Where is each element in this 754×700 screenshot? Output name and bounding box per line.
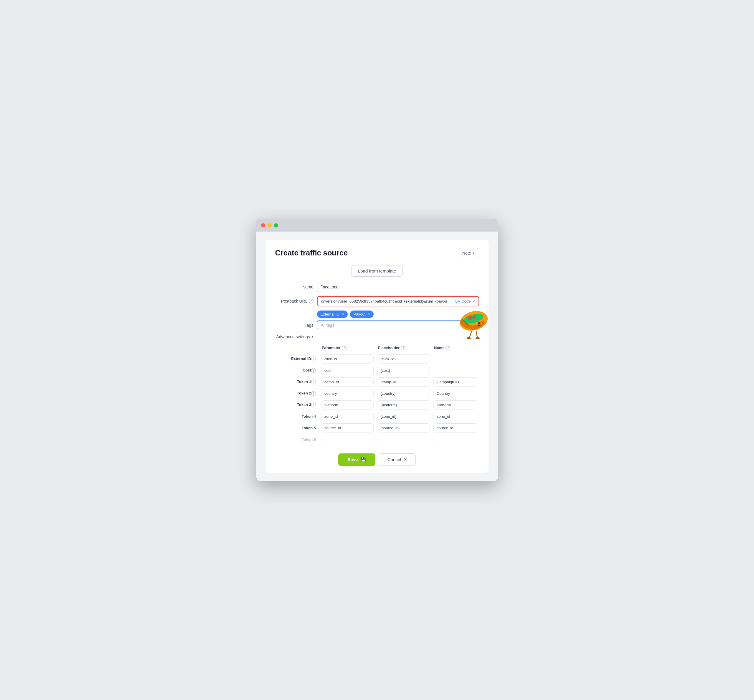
minimize-button[interactable] bbox=[267, 223, 272, 227]
placeholder-input-2[interactable] bbox=[377, 377, 430, 386]
parameter-help-icon[interactable]: ? bbox=[342, 345, 347, 350]
name-cell-6 bbox=[432, 422, 479, 434]
note-button[interactable]: Note + bbox=[458, 248, 479, 258]
svg-point-5 bbox=[476, 323, 478, 325]
param-cell-2 bbox=[319, 376, 376, 388]
placeholder-input-3[interactable] bbox=[377, 389, 430, 398]
name-input-5[interactable] bbox=[433, 412, 477, 421]
qr-code-label: QR Code bbox=[455, 299, 471, 303]
name-input-7[interactable] bbox=[433, 435, 477, 444]
name-help-icon[interactable]: ? bbox=[446, 345, 450, 350]
row-help-icon-2[interactable]: ? bbox=[311, 380, 316, 384]
placeholder-input-5[interactable] bbox=[377, 412, 430, 421]
cancel-button[interactable]: Cancel ✕ bbox=[379, 453, 416, 466]
save-button[interactable]: Save 💾 bbox=[338, 453, 375, 466]
load-template-row: Load from template bbox=[275, 265, 479, 277]
row-help-icon-4[interactable]: ? bbox=[311, 402, 316, 407]
save-icon: 💾 bbox=[360, 457, 366, 462]
param-input-7[interactable] bbox=[321, 435, 374, 444]
name-cell-3 bbox=[432, 388, 479, 399]
app-window: Create traffic source Note + Load from t… bbox=[257, 219, 498, 481]
placeholder-cell-4 bbox=[375, 399, 432, 411]
close-button[interactable] bbox=[261, 223, 265, 227]
external-id-pill-close[interactable]: ✕ bbox=[341, 312, 344, 316]
tags-row: Tags All tags bbox=[275, 320, 479, 330]
load-template-button[interactable]: Load from template bbox=[351, 265, 403, 277]
param-cell-4 bbox=[319, 399, 376, 411]
svg-point-6 bbox=[480, 323, 482, 325]
postback-url-help-icon[interactable]: ? bbox=[309, 299, 313, 303]
param-input-2[interactable] bbox=[321, 377, 374, 386]
advanced-settings-toggle[interactable]: Advanced settings ▾ bbox=[276, 334, 479, 339]
payout-pill-label: Payout bbox=[354, 312, 365, 316]
placeholder-cell-0 bbox=[375, 353, 432, 365]
param-input-4[interactable] bbox=[321, 400, 374, 409]
name-label: Name bbox=[275, 282, 313, 289]
param-input-3[interactable] bbox=[321, 389, 374, 398]
row-help-icon-1[interactable]: ? bbox=[311, 368, 316, 373]
name-cell-1 bbox=[432, 365, 479, 376]
modal-title: Create traffic source bbox=[275, 248, 348, 258]
placeholder-input-7[interactable] bbox=[377, 435, 430, 444]
row-label-0: External ID? bbox=[275, 353, 319, 365]
name-cell-5 bbox=[432, 411, 479, 422]
name-input-3[interactable] bbox=[433, 389, 477, 398]
row-label-3: Token 2? bbox=[275, 388, 319, 399]
save-label: Save bbox=[348, 457, 358, 462]
param-cell-7 bbox=[319, 434, 376, 445]
name-input-6[interactable] bbox=[433, 423, 477, 433]
payout-pill[interactable]: Payout ✕ bbox=[350, 311, 374, 318]
tags-label: Tags bbox=[275, 320, 313, 328]
name-cell-4 bbox=[432, 399, 479, 411]
row-label-6: Token 5 bbox=[275, 422, 319, 434]
th-placeholder: Placeholder ? bbox=[375, 344, 432, 353]
name-input-2[interactable] bbox=[433, 377, 477, 386]
placeholder-input-4[interactable] bbox=[377, 400, 430, 409]
taco-illustration bbox=[453, 305, 491, 343]
row-help-icon-0[interactable]: ? bbox=[311, 356, 316, 361]
name-cell-0 bbox=[432, 353, 479, 365]
svg-point-10 bbox=[467, 337, 471, 339]
param-cell-3 bbox=[319, 388, 376, 399]
param-input-1[interactable] bbox=[321, 366, 374, 375]
maximize-button[interactable] bbox=[274, 223, 278, 227]
th-empty bbox=[275, 344, 319, 353]
external-link-icon: ↗ bbox=[472, 299, 475, 303]
param-input-6[interactable] bbox=[321, 423, 374, 433]
external-id-pill-label: External ID bbox=[321, 312, 339, 316]
modal: Create traffic source Note + Load from t… bbox=[266, 240, 488, 473]
placeholder-help-icon[interactable]: ? bbox=[401, 345, 405, 350]
chevron-down-icon: ▾ bbox=[312, 335, 313, 339]
titlebar bbox=[257, 219, 498, 231]
placeholder-cell-1 bbox=[375, 365, 432, 376]
postback-url-label: Postback URL ? bbox=[275, 296, 313, 303]
row-label-4: Token 3? bbox=[275, 399, 319, 411]
content-area: Create traffic source Note + Load from t… bbox=[257, 231, 498, 481]
payout-pill-close[interactable]: ✕ bbox=[367, 312, 370, 316]
param-cell-6 bbox=[319, 422, 376, 434]
placeholder-cell-6 bbox=[375, 422, 432, 434]
row-help-icon-3[interactable]: ? bbox=[311, 391, 316, 396]
th-name: Name ? bbox=[432, 344, 479, 353]
name-cell-2 bbox=[432, 376, 479, 388]
param-input-0[interactable] bbox=[321, 355, 374, 364]
name-row: Name bbox=[275, 282, 479, 292]
placeholder-cell-3 bbox=[375, 388, 432, 399]
name-input[interactable] bbox=[317, 282, 479, 292]
placeholder-input-1[interactable] bbox=[377, 366, 430, 375]
th-parameter: Parameter ? bbox=[319, 344, 376, 353]
footer-buttons: Save 💾 Cancel ✕ bbox=[275, 450, 479, 466]
param-input-5[interactable] bbox=[321, 412, 374, 421]
placeholder-cell-7 bbox=[375, 434, 432, 445]
name-input-4[interactable] bbox=[433, 400, 477, 409]
postback-url-input[interactable] bbox=[318, 297, 451, 306]
placeholder-input-0[interactable] bbox=[377, 355, 430, 364]
cancel-label: Cancel bbox=[388, 457, 401, 462]
external-id-pill[interactable]: External ID ✕ bbox=[317, 311, 348, 318]
params-table: Parameter ? Placeholder ? bbox=[275, 344, 479, 445]
postback-url-row: Postback URL ? QR Code ↗ bbox=[275, 296, 479, 306]
svg-line-9 bbox=[476, 331, 477, 338]
advanced-settings-label: Advanced settings bbox=[276, 334, 310, 339]
placeholder-input-6[interactable] bbox=[377, 423, 430, 433]
row-label-2: Token 1? bbox=[275, 376, 319, 388]
